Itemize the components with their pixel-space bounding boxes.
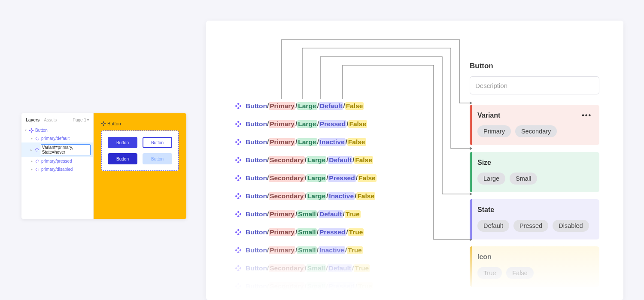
segment-variant: Secondary (269, 264, 304, 272)
variant-row[interactable]: Button/Secondary/Large/Inactive/False (235, 192, 416, 200)
canvas-area[interactable]: Button Button Button Button Button (94, 113, 186, 219)
segment-icon: False (345, 102, 364, 110)
svg-rect-55 (239, 267, 241, 270)
segment-state: Pressed (319, 228, 346, 236)
variant-path-text: Button/Secondary/Large/Pressed/False (246, 174, 377, 182)
svg-rect-26 (235, 141, 237, 143)
segment-base: Button (246, 264, 267, 272)
chip-icon-true[interactable]: True (477, 267, 502, 279)
layer-child[interactable]: ▸ primary/disabled (21, 165, 93, 173)
segment-icon: True (347, 246, 363, 254)
segment-size: Small (297, 210, 316, 218)
svg-rect-23 (239, 123, 241, 125)
variant-row[interactable]: Button/Secondary/Small/Default/True (235, 264, 416, 272)
sample-button-primary-default[interactable]: Button (108, 137, 137, 148)
segment-state: Pressed (328, 282, 355, 290)
svg-rect-50 (235, 249, 237, 252)
variant-path-text: Button/Primary/Large/Inactive/False (246, 138, 366, 146)
segment-state: Inactive (328, 192, 355, 200)
segment-variant: Primary (269, 210, 295, 218)
variant-row[interactable]: Button/Primary/Large/Default/False (235, 102, 416, 110)
variant-row[interactable]: Button/Secondary/Small/Pressed/True (235, 282, 416, 290)
property-title: Icon (477, 253, 492, 261)
expand-caret-icon: ▸ (30, 136, 33, 140)
svg-rect-16 (237, 103, 240, 105)
figma-layers-mini-panel: Layers Assets Page 1 ▾ ▾ Button ▸ primar… (21, 113, 186, 219)
chip-state-default[interactable]: Default (477, 220, 509, 232)
chip-icon-false[interactable]: False (506, 267, 533, 279)
segment-icon: False (356, 192, 375, 200)
segment-base: Button (246, 102, 267, 110)
chip-size-large[interactable]: Large (477, 173, 505, 185)
segment-state: Inactive (319, 246, 345, 254)
sample-button-primary-pressed[interactable]: Button (108, 153, 137, 164)
svg-rect-38 (235, 195, 237, 197)
segment-variant: Primary (269, 228, 295, 236)
component-icon (235, 247, 241, 253)
component-icon (101, 121, 106, 126)
chip-variant-primary[interactable]: Primary (477, 125, 511, 137)
chip-variant-secondary[interactable]: Secondary (515, 125, 557, 137)
page-selector[interactable]: Page 1 ▾ (73, 118, 89, 122)
layer-child[interactable]: ▸ primary/pressed (21, 157, 93, 165)
segment-state: Default (328, 264, 352, 272)
variant-icon (35, 159, 39, 164)
svg-rect-54 (235, 267, 237, 270)
layers-sidebar: Layers Assets Page 1 ▾ ▾ Button ▸ primar… (21, 113, 94, 219)
property-card-icon: Icon True False (470, 246, 599, 287)
segment-icon: False (347, 138, 366, 146)
svg-rect-4 (36, 136, 39, 140)
layer-name-editing[interactable]: Variant=primary, State=hover (41, 144, 91, 155)
svg-rect-11 (104, 123, 106, 124)
more-options-icon[interactable]: ••• (582, 112, 592, 119)
variant-row[interactable]: Button/Primary/Small/Default/True (235, 210, 416, 218)
layer-name: primary/pressed (41, 159, 72, 164)
chip-size-small[interactable]: Small (510, 173, 537, 185)
layer-child-selected[interactable]: ▸ Variant=primary, State=hover (21, 142, 93, 157)
component-icon (235, 265, 241, 271)
variant-icon (35, 167, 39, 172)
svg-rect-36 (237, 193, 240, 195)
segment-icon: True (357, 282, 373, 290)
variant-row[interactable]: Button/Secondary/Large/Pressed/False (235, 174, 416, 182)
component-icon (235, 139, 241, 145)
property-card-variant: Variant ••• Primary Secondary (470, 105, 599, 145)
layer-root-button[interactable]: ▾ Button (21, 126, 93, 134)
segment-base: Button (246, 228, 267, 236)
svg-rect-45 (237, 233, 240, 235)
segment-state: Default (319, 102, 343, 110)
description-input[interactable]: Description (470, 76, 599, 94)
tab-assets[interactable]: Assets (44, 118, 57, 122)
card-accent-stripe (470, 152, 472, 192)
segment-size: Large (297, 102, 317, 110)
variant-row[interactable]: Button/Primary/Large/Pressed/False (235, 120, 416, 128)
component-variant-frame[interactable]: Button Button Button Button (101, 130, 179, 171)
segment-variant: Secondary (269, 156, 304, 164)
property-title: Size (477, 159, 491, 167)
chip-state-pressed[interactable]: Pressed (513, 220, 548, 232)
svg-rect-18 (235, 105, 237, 107)
card-accent-stripe (470, 246, 472, 287)
variant-row[interactable]: Button/Primary/Small/Inactive/True (235, 246, 416, 254)
segment-variant: Secondary (269, 174, 304, 182)
segment-variant: Primary (269, 138, 295, 146)
component-title: Button (470, 62, 599, 70)
variant-row[interactable]: Button/Primary/Small/Pressed/True (235, 228, 416, 236)
variant-row[interactable]: Button/Primary/Large/Inactive/False (235, 138, 416, 146)
property-card-size: Size Large Small (470, 152, 599, 192)
svg-rect-56 (237, 283, 240, 285)
chip-state-disabled[interactable]: Disabled (553, 220, 589, 232)
svg-rect-40 (237, 211, 240, 213)
svg-rect-21 (237, 125, 240, 127)
layer-child[interactable]: ▸ primary/default (21, 134, 93, 142)
svg-rect-9 (103, 124, 104, 126)
tab-layers[interactable]: Layers (26, 118, 39, 122)
page-label: Page 1 (73, 118, 86, 122)
variant-row[interactable]: Button/Secondary/Large/Default/False (235, 156, 416, 164)
sample-button-primary-disabled[interactable]: Button (143, 153, 172, 164)
segment-icon: True (348, 228, 364, 236)
svg-rect-25 (237, 143, 240, 145)
svg-rect-51 (239, 249, 241, 252)
variant-path-text: Button/Secondary/Small/Default/True (246, 264, 370, 272)
sample-button-primary-hover[interactable]: Button (143, 137, 172, 148)
